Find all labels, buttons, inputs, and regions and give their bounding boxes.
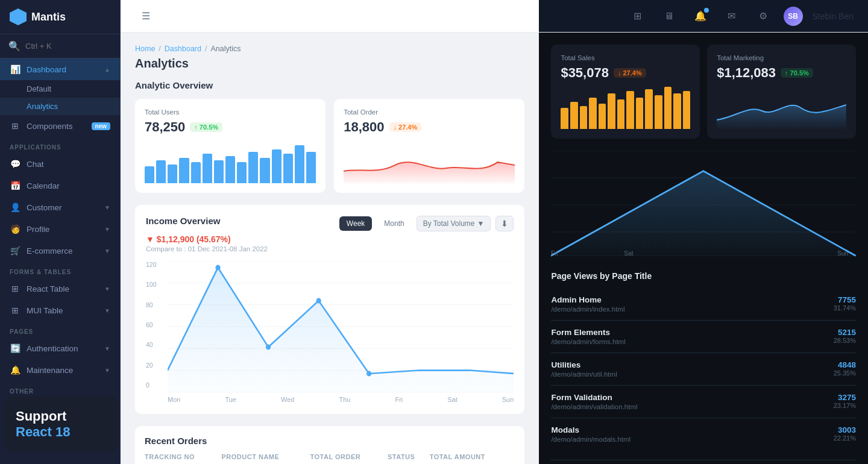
recent-orders-title: Recent Orders (145, 436, 515, 446)
monitor-icon-button[interactable]: 🖥 (658, 5, 680, 27)
hamburger-button[interactable]: ☰ (135, 5, 157, 27)
total-sales-label: Total Sales (561, 54, 690, 61)
logo-icon (10, 8, 27, 25)
income-chart-wrapper: 120 100 80 60 40 20 0 (146, 261, 514, 403)
section-forms-tables: Forms & Tables (0, 262, 120, 278)
month-button[interactable]: Month (377, 216, 411, 231)
y-axis: 120 100 80 60 40 20 0 (146, 261, 164, 389)
income-controls: Week Month By Total Volume ▼ ⬇ (339, 216, 514, 231)
income-header: Income Overview ▼ $1,12,900 (45.67%) Com… (146, 216, 514, 252)
page-view-row-1: Admin Home /demo/admin/index.html 7755 3… (551, 288, 856, 321)
bar-2 (156, 160, 166, 184)
breadcrumb-home[interactable]: Home (135, 45, 155, 53)
total-marketing-value: $1,12,083 (717, 65, 776, 81)
breadcrumb: Home / Dashboard / Analytics (135, 45, 524, 53)
dark-stat-cards: Total Sales $35,078 ↓ 27.4% (551, 45, 856, 139)
bar-14 (295, 145, 304, 183)
total-order-label: Total Order (344, 108, 515, 116)
top-header: ☰ ⊞ 🖥 🔔 ✉ ⚙ SB Stebin Ben (121, 0, 868, 33)
nav-item-profile[interactable]: 🧑 Profile ▼ (0, 218, 120, 240)
nav-item-ecommerce[interactable]: 🛒 E-commerce ▼ (0, 240, 120, 262)
bar-13 (283, 154, 293, 183)
gold-bar-1 (561, 108, 568, 129)
react-table-icon: ⊞ (10, 283, 20, 294)
nav-components-label: Components (27, 122, 73, 131)
bar-12 (272, 149, 281, 183)
search-icon: 🔍 (8, 40, 20, 52)
nav-item-dashboard[interactable]: 📊 Dashboard ▲ (0, 58, 120, 80)
total-marketing-label: Total Marketing (717, 54, 846, 61)
chevron-down-icon-4: ▼ (104, 286, 110, 292)
nav-sub-analytics[interactable]: Analytics (0, 98, 120, 115)
gold-bar-11 (655, 95, 662, 129)
nav-item-components[interactable]: ⊞ Components new (0, 115, 120, 137)
dashboard-icon: 📊 (10, 64, 20, 75)
nav-item-customer[interactable]: 👤 Customer ▼ (0, 196, 120, 218)
total-sales-badge: ↓ 27.4% (614, 68, 646, 78)
user-avatar[interactable]: SB (784, 7, 803, 26)
sidebar-search[interactable]: 🔍 (0, 34, 120, 58)
page-views-title: Page Views by Page Title (551, 271, 856, 281)
week-button[interactable]: Week (339, 216, 372, 231)
income-value: ▼ $1,12,900 (45.67%) (146, 234, 231, 244)
main-content: ☰ ⊞ 🖥 🔔 ✉ ⚙ SB Stebin Ben Home / Dashboa… (121, 0, 868, 464)
page-content: Home / Dashboard / Analytics Analytics A… (121, 33, 868, 464)
notification-badge (704, 8, 709, 13)
section-applications: Applications (0, 137, 120, 153)
settings-icon-button[interactable]: ⚙ (752, 5, 774, 27)
total-users-chart (145, 141, 316, 183)
chevron-down-icon-3: ▼ (104, 248, 110, 254)
bar-8 (225, 156, 235, 184)
total-sales-value: $35,078 (561, 65, 609, 81)
col-status: Status (388, 453, 430, 464)
bar-10 (248, 152, 258, 184)
col-tracking: Tracking No (145, 453, 222, 464)
bar-9 (237, 162, 247, 183)
notification-bell-button[interactable]: 🔔 (690, 5, 711, 27)
chevron-down-icon-7: ▼ (104, 367, 110, 374)
chevron-down-icon: ▼ (104, 204, 110, 211)
stat-card-total-order: Total Order 18,800 ↓ 27.4% (334, 99, 524, 193)
nav-sub-default[interactable]: Default (0, 80, 120, 98)
nav-item-authentication[interactable]: 🔄 Authentication ▼ (0, 337, 120, 359)
income-amount-row: ▼ $1,12,900 (45.67%) (146, 234, 268, 244)
nav-item-mui-table[interactable]: ⊞ MUI Table ▼ (0, 299, 120, 321)
grid-icon-button[interactable]: ⊞ (627, 5, 649, 27)
page-view-row-4: Form Validation /demo/admin/validation.h… (551, 386, 856, 418)
bar-4 (179, 158, 189, 183)
search-input[interactable] (25, 42, 121, 51)
profile-icon: 🧑 (10, 224, 20, 234)
mui-table-icon: ⊞ (10, 305, 20, 316)
gold-bar-4 (589, 98, 597, 130)
gold-bar-10 (645, 89, 653, 130)
total-marketing-badge: ↑ 70.5% (781, 68, 813, 78)
svg-text:Sat: Sat (624, 249, 634, 257)
total-order-badge: ↓ 27.4% (389, 122, 422, 132)
stat-card-total-sales: Total Sales $35,078 ↓ 27.4% (551, 45, 700, 139)
total-order-value: 18,800 (344, 119, 384, 135)
gold-bar-5 (599, 104, 606, 129)
ecommerce-icon: 🛒 (10, 245, 20, 256)
mail-icon-button[interactable]: ✉ (721, 5, 743, 27)
chevron-down-icon-5: ▼ (104, 307, 110, 314)
breadcrumb-dashboard[interactable]: Dashboard (165, 45, 201, 53)
nav-item-react-table[interactable]: ⊞ React Table ▼ (0, 278, 120, 299)
bar-7 (214, 160, 224, 184)
chevron-up-icon: ▲ (104, 66, 110, 73)
nav-item-calendar[interactable]: 📅 Calendar (0, 175, 120, 196)
volume-select[interactable]: By Total Volume ▼ (417, 216, 491, 231)
support-banner-line2: React 18 (16, 424, 107, 440)
chat-icon: 💬 (10, 158, 20, 169)
bar-1 (145, 166, 154, 183)
total-marketing-chart (717, 87, 846, 129)
download-button[interactable]: ⬇ (495, 216, 514, 231)
support-react18-banner: Support React 18 (5, 397, 118, 452)
chevron-down-volume: ▼ (477, 219, 485, 228)
page-view-row-3: Utilities /demo/admin/util.html 4848 25.… (551, 353, 856, 386)
nav-item-maintenance[interactable]: 🔔 Maintenance ▼ (0, 359, 120, 381)
page-view-row-2: Form Elements /demo/admin/forms.html 521… (551, 321, 856, 353)
components-icon: ⊞ (10, 121, 20, 131)
header-left: ☰ (135, 5, 157, 27)
nav-item-chat[interactable]: 💬 Chat (0, 153, 120, 175)
header-right: ⊞ 🖥 🔔 ✉ ⚙ SB Stebin Ben (627, 5, 854, 27)
